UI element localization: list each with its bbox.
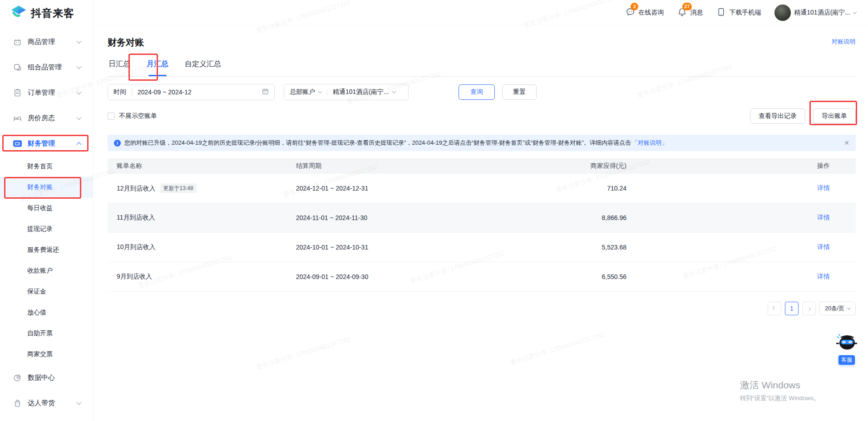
tab-custom-summary[interactable]: 自定义汇总: [184, 57, 222, 76]
account-select-value: 精通101酒店(南宁...: [333, 88, 389, 96]
merchant-amount: 710.24: [607, 185, 626, 192]
chevron-down-icon: [76, 64, 81, 69]
wallet-icon: [13, 139, 22, 148]
banner-help-link[interactable]: 「对账说明」: [632, 139, 667, 147]
sidebar-item-goods[interactable]: 商品管理: [0, 29, 93, 54]
bills-table: 账单名称 结算周期 商家应得(元) 操作 12月到店收入 更新于13:48 20…: [108, 158, 856, 292]
date-range-input[interactable]: 时间 2024-09 ~ 2024-12: [108, 84, 275, 100]
settlement-period: 2024-10-01 ~ 2024-10-31: [296, 244, 368, 251]
export-bill-button[interactable]: 导出账单: [813, 108, 856, 124]
robot-icon: [836, 346, 857, 354]
chevron-right-icon: [807, 307, 811, 311]
merchant-amount: 6,550.56: [602, 273, 627, 280]
brand-name: 抖音来客: [31, 6, 74, 20]
table-header: 账单名称 结算周期 商家应得(元) 操作: [108, 158, 856, 174]
sidebar-item-data-center[interactable]: 数据中心: [0, 365, 93, 390]
sidebar-item-influencer[interactable]: 达人带货: [0, 390, 93, 416]
submenu-receiving-account[interactable]: 收款账户: [0, 260, 93, 281]
sidebar-item-label: 数据中心: [28, 373, 55, 382]
col-action: 操作: [817, 162, 830, 170]
sidebar-item-room-rates[interactable]: 房价房态: [0, 105, 93, 131]
account-menu[interactable]: 精通101酒店(南宁...: [774, 5, 856, 21]
page-size-select[interactable]: 20条/页: [819, 302, 856, 315]
date-range-label: 时间: [113, 88, 126, 96]
bill-name: 10月到店收入: [117, 243, 156, 251]
sidebar-item-bundles[interactable]: 组合品管理: [0, 54, 93, 80]
customer-service-label[interactable]: 客服: [838, 355, 855, 365]
col-settlement-period: 结算周期: [296, 162, 321, 170]
sidebar-item-label: 达人带货: [28, 399, 55, 407]
submenu-self-invoicing[interactable]: 自助开票: [0, 323, 93, 344]
divider: [132, 88, 132, 96]
next-page-button[interactable]: [802, 302, 816, 315]
close-icon[interactable]: ✕: [838, 139, 849, 147]
pagination: 1 20条/页: [93, 302, 856, 315]
submenu-deposit[interactable]: 保证金: [0, 281, 93, 302]
chevron-down-icon: [318, 89, 322, 93]
detail-link[interactable]: 详情: [817, 214, 830, 222]
detail-link[interactable]: 详情: [817, 273, 830, 281]
updated-time-badge: 更新于13:48: [160, 184, 197, 193]
shopping-bag-icon: [13, 398, 22, 408]
chevron-down-icon: [847, 306, 850, 309]
pie-chart-icon: [13, 373, 22, 382]
submenu-fangxinjie[interactable]: 放心借: [0, 302, 93, 323]
sidebar-item-label: 财务管理: [28, 139, 55, 148]
online-service-badge: 2: [631, 3, 638, 10]
online-service-label: 在线咨询: [638, 9, 664, 17]
download-app-button[interactable]: 下载手机端: [716, 7, 761, 18]
submenu-service-fee-refund[interactable]: 服务费返还: [0, 240, 93, 260]
online-service-button[interactable]: 2 在线咨询: [626, 7, 664, 18]
chevron-left-icon: [773, 306, 776, 309]
messages-badge: 27: [682, 3, 691, 10]
submenu-label: 财务对账: [27, 183, 53, 191]
submenu-merchant-invoice[interactable]: 商家交票: [0, 344, 93, 365]
merchant-amount: 8,866.96: [602, 214, 627, 221]
view-export-records-button[interactable]: 查看导出记录: [750, 108, 805, 124]
divider: [327, 88, 327, 96]
chevron-down-icon: [392, 89, 395, 93]
submenu-label: 服务费返还: [27, 246, 59, 254]
sidebar-item-label: 订单管理: [28, 88, 55, 97]
date-range-value: 2024-09 ~ 2024-12: [138, 88, 192, 96]
col-bill-name: 账单名称: [117, 162, 142, 170]
sidebar-item-label: 组合品管理: [28, 63, 62, 72]
chevron-down-icon: [76, 400, 81, 405]
tab-monthly-summary[interactable]: 月汇总: [146, 57, 169, 76]
finance-submenu: 财务首页 财务对账 每日收益 提现记录 服务费返还 收款账户 保证金 放心借 自…: [0, 156, 93, 365]
prev-page-button[interactable]: [768, 302, 781, 315]
submenu-finance-home[interactable]: 财务首页: [0, 156, 93, 177]
reset-button[interactable]: 重置: [502, 84, 537, 100]
submenu-label: 放心借: [27, 308, 46, 317]
brand-logo-icon: [10, 5, 27, 22]
page-number-button[interactable]: 1: [785, 302, 799, 315]
detail-link[interactable]: 详情: [817, 243, 830, 251]
calendar-icon: [262, 88, 269, 96]
chevron-down-icon: [76, 39, 81, 44]
reconciliation-help-link[interactable]: 对账说明: [832, 38, 855, 46]
submenu-daily-earnings[interactable]: 每日收益: [0, 198, 93, 219]
info-icon: i: [114, 140, 121, 147]
submenu-withdrawal-records[interactable]: 提现记录: [0, 219, 93, 240]
sidebar-item-finance[interactable]: 财务管理: [0, 131, 93, 156]
submenu-finance-reconciliation[interactable]: 财务对账: [0, 177, 93, 198]
submenu-label: 自助开票: [27, 329, 53, 338]
bed-icon: [13, 113, 22, 123]
submenu-label: 财务首页: [27, 162, 53, 171]
settlement-period: 2024-09-01 ~ 2024-09-30: [296, 273, 368, 280]
hide-empty-bills-checkbox[interactable]: [108, 113, 115, 120]
detail-link[interactable]: 详情: [817, 184, 830, 192]
sidebar-item-label: 商品管理: [28, 38, 55, 46]
top-header: 2 在线咨询 27 消息 下载手机端 精通101酒店(南宁...: [93, 0, 868, 25]
chevron-up-icon: [76, 142, 81, 147]
account-select[interactable]: 总部账户 精通101酒店(南宁...: [284, 84, 409, 100]
table-row: 10月到店收入 2024-10-01 ~ 2024-10-31 5,523.68…: [108, 233, 856, 262]
bill-name: 12月到店收入 更新于13:48: [117, 184, 197, 193]
sidebar-item-orders[interactable]: 订单管理: [0, 80, 93, 105]
download-app-label: 下载手机端: [729, 9, 761, 17]
search-button[interactable]: 查询: [459, 84, 495, 100]
messages-button[interactable]: 27 消息: [677, 7, 703, 18]
settlement-period: 2024-11-01 ~ 2024-11-30: [296, 214, 367, 221]
tab-daily-summary[interactable]: 日汇总: [108, 57, 131, 76]
customer-service-widget[interactable]: 客服: [836, 333, 858, 365]
